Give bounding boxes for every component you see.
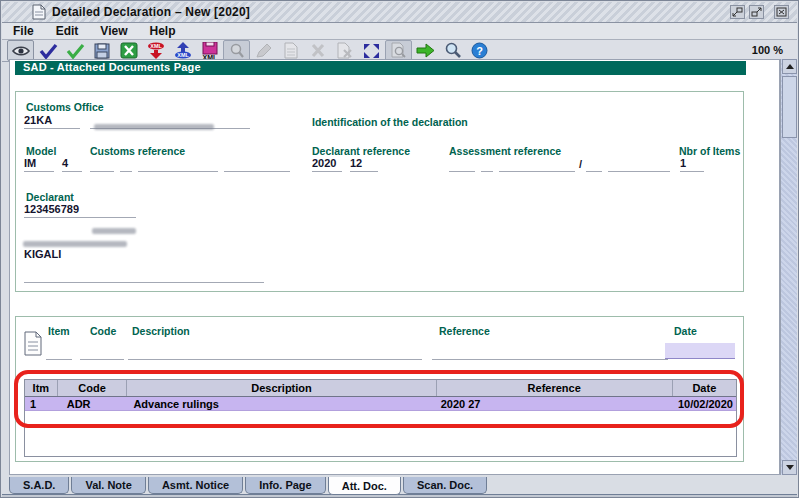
customs-reference-label: Customs reference bbox=[90, 145, 185, 157]
customs-ref-serial-field[interactable] bbox=[120, 157, 132, 172]
code-input[interactable] bbox=[80, 345, 124, 360]
redacted-text bbox=[23, 241, 127, 247]
tab-att-doc[interactable]: Att. Doc. bbox=[328, 477, 401, 495]
identification-label: Identification of the declaration bbox=[312, 116, 468, 128]
declarant-reference-label: Declarant reference bbox=[312, 145, 410, 157]
vertical-scrollbar[interactable] bbox=[780, 59, 797, 475]
description-input[interactable] bbox=[128, 345, 422, 360]
attached-documents-table: Itm Code Description Reference Date 1 AD… bbox=[24, 379, 737, 457]
header-code: Code bbox=[58, 380, 128, 396]
help-icon[interactable]: ? bbox=[466, 40, 493, 61]
delete-x-icon bbox=[304, 40, 331, 61]
cell-description: Advance rulings bbox=[127, 397, 436, 410]
menu-file[interactable]: File bbox=[2, 24, 45, 38]
svg-text:XML: XML bbox=[150, 43, 162, 49]
declarant-label: Declarant bbox=[26, 191, 74, 203]
item-label: Item bbox=[48, 325, 70, 337]
model-procedure-field[interactable]: 4 bbox=[62, 157, 82, 172]
maximize-icon[interactable] bbox=[749, 5, 764, 19]
header-description: Description bbox=[127, 380, 436, 396]
header-itm: Itm bbox=[25, 380, 58, 396]
validate-check-icon[interactable] bbox=[34, 40, 61, 61]
description-label: Description bbox=[132, 325, 190, 337]
assessment-ref-serial-field[interactable] bbox=[481, 157, 493, 172]
xml-import-icon[interactable]: XML bbox=[169, 40, 196, 61]
assessment-ref-date-field[interactable] bbox=[608, 157, 670, 172]
forward-arrow-icon[interactable] bbox=[412, 40, 439, 61]
scroll-down-icon[interactable] bbox=[782, 460, 797, 475]
xml-export-icon[interactable]: XML bbox=[142, 40, 169, 61]
assessment-ref-number-field[interactable] bbox=[499, 157, 575, 172]
date-label: Date bbox=[674, 325, 697, 337]
customs-office-code-field[interactable]: 21KA bbox=[24, 114, 80, 129]
view-eye-icon[interactable] bbox=[7, 40, 34, 61]
attached-document-icon bbox=[23, 331, 43, 356]
redacted-text bbox=[94, 124, 214, 130]
scrollbar-thumb[interactable] bbox=[782, 76, 797, 138]
assessment-ref-check-field[interactable] bbox=[586, 157, 602, 172]
close-icon[interactable] bbox=[774, 5, 789, 19]
declarant-city: KIGALI bbox=[24, 248, 61, 260]
date-input[interactable] bbox=[665, 343, 735, 359]
menu-view[interactable]: View bbox=[89, 24, 138, 38]
tab-sad[interactable]: S.A.D. bbox=[9, 477, 69, 494]
declarant-ref-year-field[interactable]: 2020 bbox=[312, 157, 342, 172]
expand-items-icon[interactable] bbox=[358, 40, 385, 61]
page-title: SAD - Attached Documents Page bbox=[15, 61, 746, 75]
customs-office-name-field[interactable] bbox=[90, 114, 250, 129]
redacted-text bbox=[92, 228, 136, 234]
customs-ref-date-field[interactable] bbox=[224, 157, 290, 172]
code-label: Code bbox=[90, 325, 116, 337]
menu-edit[interactable]: Edit bbox=[45, 24, 90, 38]
zoom-level: 100 % bbox=[752, 44, 783, 56]
save-icon[interactable] bbox=[88, 40, 115, 61]
declarant-code-field[interactable]: 123456789 bbox=[24, 203, 136, 218]
window-title: Detailed Declaration – New [2020] bbox=[52, 5, 250, 19]
declaration-panel: Customs Office 21KA Identification of th… bbox=[15, 91, 744, 292]
cell-code: ADR bbox=[58, 397, 128, 410]
remove-document-icon bbox=[331, 40, 358, 61]
minimize-icon[interactable] bbox=[730, 5, 745, 19]
model-type-field[interactable]: IM bbox=[24, 157, 54, 172]
copy-document-icon bbox=[277, 40, 304, 61]
customs-ref-number-field[interactable] bbox=[138, 157, 218, 172]
xml-save-icon[interactable]: XML bbox=[196, 40, 223, 61]
menubar: File Edit View Help bbox=[2, 23, 797, 40]
header-reference: Reference bbox=[437, 380, 673, 396]
scroll-up-icon[interactable] bbox=[782, 59, 797, 74]
nbr-of-items-field[interactable]: 1 bbox=[680, 157, 704, 172]
cell-date: 10/02/2020 bbox=[673, 397, 736, 410]
export-excel-icon[interactable] bbox=[115, 40, 142, 61]
assessment-ref-office-field[interactable] bbox=[449, 157, 475, 172]
document-icon bbox=[32, 4, 46, 20]
declarant-address-field[interactable] bbox=[24, 268, 264, 283]
reference-input[interactable] bbox=[432, 345, 668, 360]
cell-itm: 1 bbox=[25, 397, 58, 410]
model-label: Model bbox=[26, 145, 56, 157]
customs-office-label: Customs Office bbox=[26, 101, 104, 113]
verify-check-icon[interactable] bbox=[61, 40, 88, 61]
zoom-magnifier-icon[interactable] bbox=[439, 40, 466, 61]
customs-ref-office-field[interactable] bbox=[90, 157, 114, 172]
cell-reference: 2020 27 bbox=[437, 397, 673, 410]
declarant-ref-number-field[interactable]: 12 bbox=[350, 157, 378, 172]
assessment-reference-label: Assessment reference bbox=[449, 145, 561, 157]
item-input[interactable] bbox=[46, 345, 72, 360]
tab-asmt-notice[interactable]: Asmt. Notice bbox=[148, 477, 243, 494]
preview-icon bbox=[223, 40, 250, 61]
menu-help[interactable]: Help bbox=[138, 24, 186, 38]
print-preview-icon bbox=[385, 40, 412, 61]
tab-bar: S.A.D. Val. Note Asmt. Notice Info. Page… bbox=[9, 477, 489, 495]
app-window: Detailed Declaration – New [2020] File E… bbox=[0, 0, 799, 498]
tab-val-note[interactable]: Val. Note bbox=[71, 477, 145, 494]
attached-documents-panel: Item Code Description Reference Date Itm… bbox=[15, 316, 744, 462]
tab-info-page[interactable]: Info. Page bbox=[245, 477, 326, 494]
tab-scan-doc[interactable]: Scan. Doc. bbox=[403, 477, 487, 494]
header-date: Date bbox=[673, 380, 736, 396]
svg-text:XML: XML bbox=[177, 52, 189, 58]
svg-text:?: ? bbox=[476, 45, 483, 57]
edit-pencil-icon bbox=[250, 40, 277, 61]
reference-label: Reference bbox=[439, 325, 490, 337]
assessment-ref-separator: / bbox=[579, 158, 582, 170]
table-row[interactable]: 1 ADR Advance rulings 2020 27 10/02/2020 bbox=[25, 397, 736, 411]
